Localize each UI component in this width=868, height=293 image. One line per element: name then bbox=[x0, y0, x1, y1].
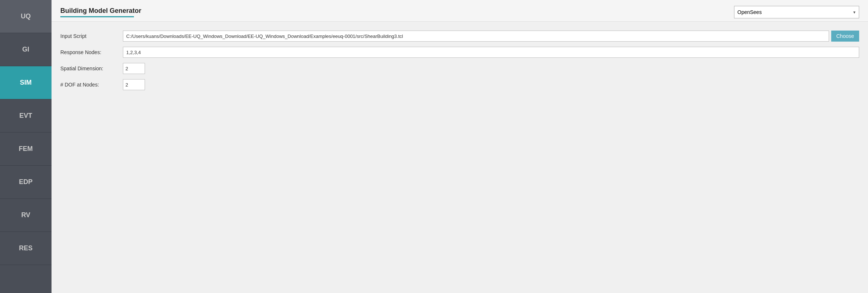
dof-at-nodes-field[interactable] bbox=[123, 79, 145, 90]
response-nodes-field[interactable] bbox=[123, 47, 859, 58]
sidebar-label-evt: EVT bbox=[19, 112, 32, 120]
input-script-field[interactable] bbox=[123, 31, 829, 42]
main-content: Building Model Generator OpenSees OpenSe… bbox=[52, 0, 868, 293]
choose-button[interactable]: Choose bbox=[831, 31, 859, 42]
sidebar-label-gi: GI bbox=[22, 46, 29, 53]
simulator-select-container[interactable]: OpenSees OpenSeesPy Custom bbox=[734, 6, 859, 18]
sidebar-item-res[interactable]: RES bbox=[0, 232, 52, 265]
header: Building Model Generator OpenSees OpenSe… bbox=[52, 0, 868, 22]
sidebar-item-rv[interactable]: RV bbox=[0, 199, 52, 232]
sidebar-label-fem: FEM bbox=[19, 145, 33, 153]
sidebar-item-gi[interactable]: GI bbox=[0, 33, 52, 66]
response-nodes-label: Response Nodes: bbox=[60, 49, 123, 55]
sidebar: UQ GI SIM EVT FEM EDP RV RES bbox=[0, 0, 52, 293]
sidebar-item-evt[interactable]: EVT bbox=[0, 99, 52, 133]
sidebar-label-res: RES bbox=[19, 244, 32, 252]
sidebar-item-uq[interactable]: UQ bbox=[0, 0, 52, 33]
header-underline bbox=[60, 16, 134, 17]
sidebar-label-uq: UQ bbox=[21, 13, 31, 20]
sidebar-item-fem[interactable]: FEM bbox=[0, 133, 52, 166]
spatial-dimension-label: Spatial Dimension: bbox=[60, 66, 123, 71]
sidebar-label-edp: EDP bbox=[19, 178, 32, 186]
response-nodes-row: Response Nodes: bbox=[60, 47, 859, 58]
input-script-label: Input Script bbox=[60, 33, 123, 39]
dof-at-nodes-label: # DOF at Nodes: bbox=[60, 82, 123, 88]
dof-at-nodes-row: # DOF at Nodes: bbox=[60, 79, 859, 90]
sidebar-label-sim: SIM bbox=[20, 79, 32, 87]
header-top: Building Model Generator OpenSees OpenSe… bbox=[60, 6, 859, 18]
sidebar-label-rv: RV bbox=[21, 211, 31, 219]
input-script-input-wrapper: Choose bbox=[123, 31, 859, 42]
form-area: Input Script Choose Response Nodes: Spat… bbox=[52, 22, 868, 293]
page-title-wrapper: Building Model Generator bbox=[60, 7, 141, 17]
simulator-select[interactable]: OpenSees OpenSeesPy Custom bbox=[734, 6, 859, 18]
page-title: Building Model Generator bbox=[60, 7, 141, 14]
input-script-row: Input Script Choose bbox=[60, 31, 859, 42]
simulator-select-wrapper: OpenSees OpenSeesPy Custom bbox=[734, 6, 859, 18]
sidebar-item-sim[interactable]: SIM bbox=[0, 66, 52, 99]
spatial-dimension-field[interactable] bbox=[123, 63, 145, 74]
sidebar-item-edp[interactable]: EDP bbox=[0, 166, 52, 199]
spatial-dimension-row: Spatial Dimension: bbox=[60, 63, 859, 74]
